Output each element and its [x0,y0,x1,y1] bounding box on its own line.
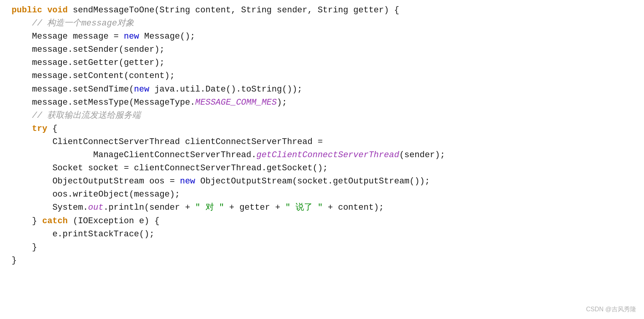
code-line: ObjectOutputStream oos = new ObjectOutpu… [12,175,632,188]
code-token: // 构造一个message对象 [32,19,134,28]
code-token: Message message = [32,32,124,41]
code-token: new [134,85,150,94]
code-token: (IOException e) { [68,216,160,226]
code-line: } [12,254,632,267]
code-line: Message message = new Message(); [12,30,632,43]
code-line: } [12,241,632,254]
code-line: // 构造一个message对象 [12,17,632,30]
code-token: catch [42,216,68,226]
code-line: oos.writeObject(message); [12,188,632,201]
code-token: ); [277,98,287,107]
code-token: + content); [323,203,384,212]
code-token: message.setContent(content); [32,71,175,81]
code-token: " 对 " [195,203,224,212]
code-token: // 获取输出流发送给服务端 [32,111,141,120]
code-token: ObjectOutputStream(socket.getOutputStrea… [195,176,430,186]
code-token: oos.writeObject(message); [53,190,180,199]
code-token: System. [53,203,88,212]
code-line: // 获取输出流发送给服务端 [12,109,632,122]
code-token: void [47,5,73,15]
code-token: } [12,256,17,265]
code-token: out [88,203,104,212]
code-token: MESSAGE_COMM_MES [195,98,277,107]
code-line: e.printStackTrace(); [12,228,632,241]
code-line: message.setGetter(getter); [12,56,632,70]
code-token: e.printStackTrace(); [53,229,155,239]
code-line: message.setContent(content); [12,70,632,83]
code-line: public void sendMessageToOne(String cont… [12,4,632,17]
code-line: try { [12,122,632,136]
code-token: new [180,176,195,186]
code-token: try [32,124,48,134]
code-line: message.setSendTime(new java.util.Date()… [12,83,632,96]
code-line: System.out.println(sender + " 对 " + gett… [12,201,632,214]
code-token: message.setMessType(MessageType. [32,98,195,107]
code-token: + getter + [224,203,285,212]
code-token: Message(); [139,32,195,41]
code-token: } [32,243,37,252]
code-container: public void sendMessageToOne(String cont… [0,0,644,319]
code-token: message.setSender(sender); [32,45,165,54]
code-line: Socket socket = clientConnectServerThrea… [12,162,632,175]
code-token: new [124,32,139,41]
code-token: " 说了 " [285,203,323,212]
code-token: sendMessageToOne(String content, String … [73,5,399,15]
code-token: message.setSendTime( [32,85,134,94]
code-token: .println(sender + [104,203,195,212]
code-token: Socket socket = clientConnectServerThrea… [53,163,328,173]
code-token: ClientConnectServerThread clientConnectS… [53,137,323,147]
code-token: public [12,5,47,15]
code-token: { [47,124,57,134]
code-token: ObjectOutputStream oos = [53,176,180,186]
code-token: } [32,216,42,226]
code-line: ClientConnectServerThread clientConnectS… [12,136,632,149]
code-token: ManageClientConnectServerThread. [93,150,256,160]
code-line: message.setMessType(MessageType.MESSAGE_… [12,96,632,109]
code-line: ManageClientConnectServerThread.getClien… [12,149,632,162]
code-token: getClientConnectServerThread [257,150,399,160]
code-block: public void sendMessageToOne(String cont… [12,4,632,267]
code-token: (sender); [399,150,445,160]
code-line: message.setSender(sender); [12,43,632,56]
code-token: java.util.Date().toString()); [149,85,302,94]
code-line: } catch (IOException e) { [12,215,632,228]
watermark: CSDN @吉风秀隆 [586,305,636,314]
code-token: message.setGetter(getter); [32,58,165,68]
